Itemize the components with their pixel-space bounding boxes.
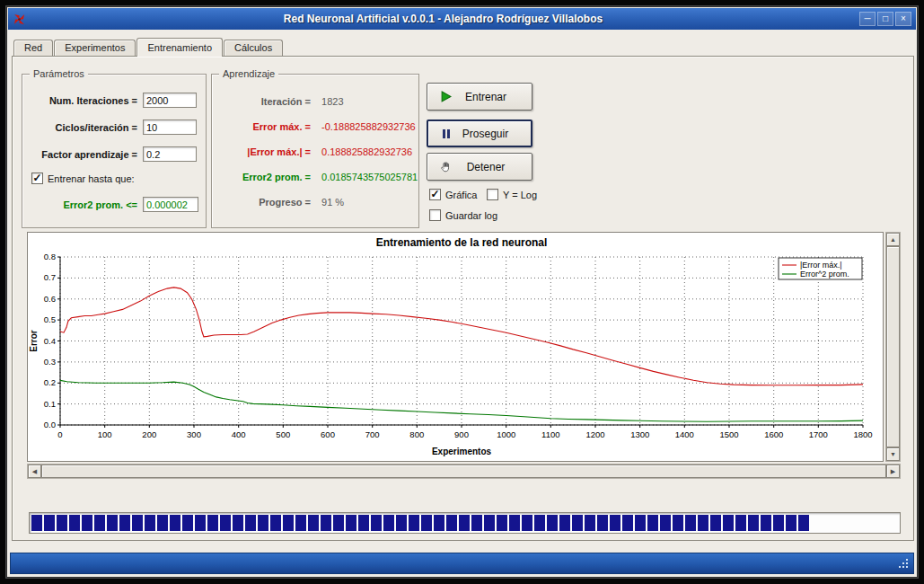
training-progressbar xyxy=(29,512,901,534)
error2-condition-input[interactable] xyxy=(143,197,198,212)
y-log-checkbox[interactable]: ✓ Y = Log xyxy=(487,189,537,200)
progreso-row: Progreso = 91 % xyxy=(216,197,344,208)
abs-error-max-row: |Error máx.| = 0.188825882932736 xyxy=(216,146,412,157)
resize-grip[interactable] xyxy=(906,566,908,568)
detener-button[interactable]: Detener xyxy=(427,153,532,181)
titlebar[interactable]: Red Neuronal Artificial v.0.0.1 - Alejan… xyxy=(8,8,916,30)
guardar-log-checkbox[interactable]: ✓ Guardar log xyxy=(429,209,497,221)
progress-block xyxy=(685,515,696,531)
progress-block xyxy=(220,515,231,531)
svg-text:1700: 1700 xyxy=(809,429,828,439)
tab-red[interactable]: Red xyxy=(13,40,53,56)
progress-block xyxy=(383,515,394,531)
error-max-value: -0.188825882932736 xyxy=(321,121,416,132)
svg-text:800: 800 xyxy=(409,429,424,439)
scroll-down-icon[interactable]: ▼ xyxy=(886,447,900,461)
progress-block xyxy=(723,515,734,531)
parametros-title: Parámetros xyxy=(30,68,88,80)
svg-text:0.8: 0.8 xyxy=(44,252,56,261)
progreso-label: Progreso = xyxy=(216,197,311,208)
svg-text:1300: 1300 xyxy=(630,429,649,439)
abs-error-max-value: 0.188825882932736 xyxy=(321,146,412,157)
svg-text:0.6: 0.6 xyxy=(44,294,56,304)
check-icon: ✓ xyxy=(32,173,41,183)
chart-horizontal-scrollbar[interactable]: ◀ ▶ xyxy=(27,464,901,479)
svg-text:1800: 1800 xyxy=(853,429,872,439)
scroll-up-icon[interactable]: ▲ xyxy=(886,233,900,246)
progress-block xyxy=(182,515,193,531)
progress-block xyxy=(44,515,55,531)
svg-text:Error: Error xyxy=(29,330,39,352)
tab-calculos[interactable]: Cálculos xyxy=(224,40,283,56)
scroll-left-icon[interactable]: ◀ xyxy=(28,465,41,478)
progreso-value: 91 % xyxy=(321,197,344,208)
svg-text:|Error máx.|: |Error máx.| xyxy=(800,261,842,270)
proseguir-label: Proseguir xyxy=(453,128,531,140)
progress-block xyxy=(446,515,457,531)
abs-error-max-label: |Error máx.| = xyxy=(216,146,311,157)
entrenamiento-panel: Parámetros Num. Iteraciones = Ciclos/ite… xyxy=(12,56,914,541)
chart-vertical-scrollbar[interactable]: ▲ ▼ xyxy=(885,232,901,462)
progress-block xyxy=(31,515,42,531)
progress-block xyxy=(497,515,507,531)
progress-block xyxy=(333,515,344,531)
parametros-groupbox: Parámetros Num. Iteraciones = Ciclos/ite… xyxy=(22,74,207,228)
progress-block xyxy=(321,515,331,531)
tab-entrenamiento[interactable]: Entrenamiento xyxy=(136,38,223,57)
svg-text:600: 600 xyxy=(321,429,335,439)
progress-block xyxy=(748,515,759,531)
progress-block xyxy=(509,515,520,531)
progress-block xyxy=(434,515,444,531)
proseguir-button[interactable]: Proseguir xyxy=(427,119,532,147)
svg-text:0.4: 0.4 xyxy=(44,336,56,346)
tab-experimentos[interactable]: Experimentos xyxy=(54,40,136,56)
entrenar-hasta-checkbox[interactable]: ✓ Entrenar hasta que: xyxy=(31,173,135,184)
progress-block xyxy=(459,515,470,531)
svg-text:Error^2 prom.: Error^2 prom. xyxy=(800,270,849,279)
num-iteraciones-input[interactable] xyxy=(143,93,197,108)
vertical-scroll-thumb[interactable] xyxy=(886,246,900,447)
svg-text:Experimentos: Experimentos xyxy=(432,447,492,456)
progress-block xyxy=(647,515,658,531)
progress-block xyxy=(421,515,432,531)
entrenar-button[interactable]: Entrenar xyxy=(427,83,532,111)
progress-block xyxy=(572,515,583,531)
svg-text:1000: 1000 xyxy=(497,429,515,439)
minimize-button[interactable]: ─ xyxy=(859,12,876,26)
factor-aprendizaje-input[interactable] xyxy=(143,146,197,162)
progress-block xyxy=(258,515,268,531)
iteracion-row: Iteración = 1823 xyxy=(216,96,344,107)
horizontal-scroll-thumb[interactable] xyxy=(41,465,886,478)
progress-block xyxy=(773,515,784,531)
app-icon xyxy=(13,12,27,26)
progress-block xyxy=(534,515,545,531)
progress-block xyxy=(635,515,646,531)
check-icon: ✓ xyxy=(430,189,439,199)
error2-prom-value: 0.0185743575025781 xyxy=(321,172,418,182)
chart-area: 0100200300400500600700800900100011001200… xyxy=(27,232,901,479)
progress-block xyxy=(207,515,218,531)
window-body: Red Experimentos Entrenamiento Cálculos … xyxy=(8,30,916,576)
svg-text:900: 900 xyxy=(454,429,469,439)
svg-text:1200: 1200 xyxy=(585,429,604,439)
svg-text:1100: 1100 xyxy=(541,429,559,439)
progress-block xyxy=(484,515,495,531)
y-log-label: Y = Log xyxy=(503,190,537,200)
ciclos-iteracion-input[interactable] xyxy=(143,119,197,135)
error2-condition-label: Error2 prom. <= xyxy=(24,199,137,210)
ciclos-iteracion-label: Ciclos/iteración = xyxy=(24,122,137,133)
grafica-checkbox[interactable]: ✓ Gráfica xyxy=(429,189,477,200)
progress-block xyxy=(471,515,482,531)
checkbox-box-icon: ✓ xyxy=(429,209,441,221)
close-button[interactable]: × xyxy=(895,12,911,26)
scroll-right-icon[interactable]: ▶ xyxy=(886,465,900,478)
progress-block xyxy=(119,515,130,531)
progress-block xyxy=(358,515,369,531)
progress-block xyxy=(698,515,708,531)
maximize-button[interactable]: □ xyxy=(877,12,893,26)
progress-block xyxy=(371,515,382,531)
progress-block xyxy=(170,515,180,531)
progress-block xyxy=(157,515,168,531)
progress-block xyxy=(283,515,294,531)
error-max-row: Error máx. = -0.188825882932736 xyxy=(216,121,416,132)
